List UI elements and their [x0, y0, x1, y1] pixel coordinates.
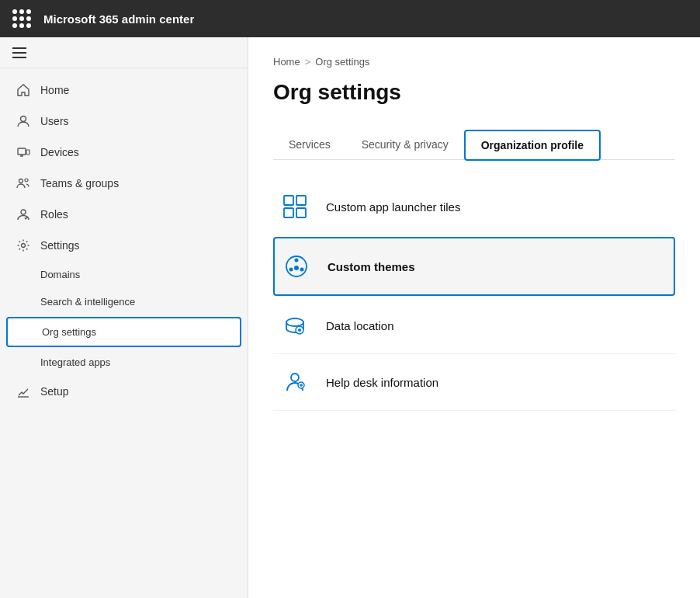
devices-icon: [16, 144, 31, 160]
svg-point-8: [22, 244, 26, 248]
sidebar-header: [0, 37, 248, 68]
app-launcher-label: Custom app launcher tiles: [326, 200, 460, 214]
settings-icon: [16, 238, 31, 253]
custom-themes-label: Custom themes: [327, 260, 415, 273]
svg-rect-12: [296, 208, 306, 217]
svg-point-16: [300, 268, 304, 272]
sidebar-item-roles-label: Roles: [40, 208, 68, 221]
tabs-bar: Services Security & privacy Organization…: [273, 130, 675, 160]
data-location-label: Data location: [326, 319, 394, 332]
hamburger-button[interactable]: [12, 47, 26, 58]
svg-point-18: [286, 318, 303, 326]
sidebar-item-domains[interactable]: Domains: [0, 261, 248, 288]
breadcrumb-home-link[interactable]: Home: [273, 56, 300, 68]
main-content: Home > Org settings Org settings Service…: [248, 37, 700, 598]
home-icon: [16, 82, 31, 98]
sidebar-item-users-label: Users: [40, 115, 69, 127]
users-icon: [16, 113, 31, 129]
svg-point-6: [25, 179, 28, 182]
sidebar-item-teams-label: Teams & groups: [40, 177, 119, 189]
tab-services[interactable]: Services: [273, 130, 346, 160]
sidebar-item-devices-label: Devices: [40, 146, 79, 158]
sidebar-navigation: Home Users: [0, 68, 248, 598]
sidebar-item-teams[interactable]: Teams & groups: [0, 168, 248, 199]
svg-rect-9: [284, 196, 293, 205]
page-title: Org settings: [273, 80, 675, 105]
breadcrumb-current: Org settings: [315, 56, 369, 68]
svg-point-5: [19, 179, 23, 183]
sidebar-item-integrated-apps-label: Integrated apps: [40, 356, 110, 368]
svg-rect-11: [284, 208, 293, 217]
breadcrumb-separator: >: [305, 56, 311, 68]
sidebar-item-settings-label: Settings: [40, 239, 80, 252]
app-launcher-icon: [279, 191, 310, 222]
settings-item-data-location[interactable]: Data location: [273, 297, 675, 354]
sidebar-item-roles[interactable]: Roles: [0, 199, 248, 230]
settings-item-app-launcher[interactable]: Custom app launcher tiles: [273, 179, 675, 235]
help-desk-label: Help desk information: [326, 376, 438, 389]
sidebar-item-domains-label: Domains: [40, 269, 80, 280]
sidebar-item-org-settings[interactable]: Org settings: [6, 317, 241, 347]
settings-item-custom-themes[interactable]: Custom themes: [273, 237, 675, 296]
svg-point-0: [21, 116, 26, 122]
svg-point-7: [21, 210, 26, 214]
topbar: Microsoft 365 admin center: [0, 0, 700, 37]
teams-icon: [16, 176, 31, 191]
sidebar-item-devices[interactable]: Devices: [0, 137, 248, 168]
sidebar-item-home[interactable]: Home: [0, 75, 248, 106]
data-location-icon: [279, 310, 310, 341]
sidebar-item-users[interactable]: Users: [0, 106, 248, 137]
setup-icon: [16, 384, 31, 399]
help-desk-icon: [279, 367, 310, 398]
roles-icon: [16, 207, 31, 222]
sidebar-item-search[interactable]: Search & intelligence: [0, 288, 248, 315]
app-title: Microsoft 365 admin center: [43, 12, 194, 26]
svg-point-21: [291, 374, 299, 381]
svg-point-14: [295, 259, 299, 262]
sidebar: Home Users: [0, 37, 248, 598]
sidebar-item-home-label: Home: [40, 84, 69, 96]
sidebar-item-integrated-apps[interactable]: Integrated apps: [0, 349, 248, 376]
svg-rect-1: [18, 148, 26, 155]
settings-list: Custom app launcher tiles Custom themes: [273, 179, 675, 411]
svg-rect-2: [26, 150, 29, 155]
tab-security-privacy[interactable]: Security & privacy: [346, 130, 464, 160]
svg-point-17: [294, 266, 299, 270]
svg-point-15: [289, 268, 293, 272]
app-launcher-button[interactable]: [12, 9, 31, 28]
sidebar-item-org-settings-label: Org settings: [42, 326, 96, 338]
svg-point-20: [298, 329, 301, 332]
sidebar-item-settings[interactable]: Settings: [0, 230, 248, 261]
main-layout: Home Users: [0, 37, 700, 598]
svg-rect-10: [296, 196, 306, 205]
settings-item-help-desk[interactable]: Help desk information: [273, 354, 675, 411]
sidebar-item-setup[interactable]: Setup: [0, 376, 248, 407]
palette-icon: [281, 251, 312, 282]
tab-org-profile[interactable]: Organization profile: [464, 130, 601, 161]
sidebar-item-search-label: Search & intelligence: [40, 296, 135, 308]
sidebar-item-setup-label: Setup: [40, 385, 69, 398]
breadcrumb: Home > Org settings: [273, 56, 675, 68]
